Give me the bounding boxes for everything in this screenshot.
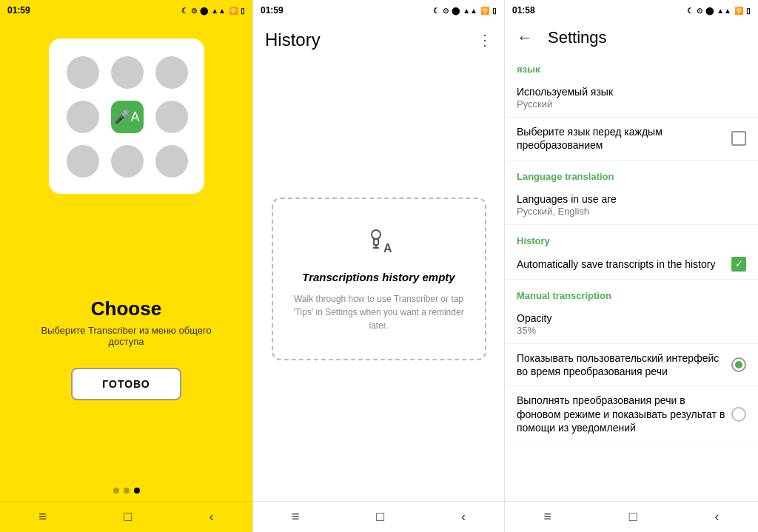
grid-dot-active: 🎤A <box>111 101 144 133</box>
history-title: History <box>265 30 321 50</box>
status-icons-1: ☾ ⊙ ⬤ ▲▲ 🛜 ▯ <box>181 7 245 15</box>
nav-menu-2[interactable]: ≡ <box>292 509 300 525</box>
settings-content: язык Используемый язык Русский Выберите … <box>505 53 758 501</box>
setting-choose-language[interactable]: Выберите язык перед каждым преобразовани… <box>505 118 758 160</box>
signal-icon-2: ▲▲ <box>463 7 477 15</box>
section-history: History <box>505 225 758 249</box>
notification-icon-2: ⬤ <box>452 7 460 15</box>
empty-history-title: Transcriptions history empty <box>302 271 455 283</box>
choose-subtitle: Выберите Transcriber из меню общего дост… <box>0 325 252 347</box>
grid-dot-3 <box>155 56 188 89</box>
grid-dot-8 <box>111 145 144 178</box>
time-1: 01:59 <box>7 5 30 16</box>
dot-1 <box>113 488 119 494</box>
nav-bar-2: ≡ □ ‹ <box>253 501 504 532</box>
svg-text:A: A <box>383 242 392 255</box>
empty-history-area: A Transcriptions history empty Walk thro… <box>253 56 504 501</box>
grid-dot-7 <box>67 145 99 178</box>
grid-dot-1 <box>67 56 99 89</box>
battery-icon-2: ▯ <box>492 7 497 15</box>
grid-dot-6 <box>155 101 188 133</box>
nav-back-1[interactable]: ‹ <box>209 509 214 525</box>
show-ui-radio[interactable] <box>731 357 746 372</box>
back-button[interactable]: ← <box>517 28 533 47</box>
dot-3 <box>134 488 140 494</box>
moon-icon: ☾ <box>181 7 188 15</box>
nav-bar-1: ≡ □ ‹ <box>0 501 252 532</box>
empty-history-desc: Walk through how to use Transcriber or t… <box>291 292 467 332</box>
more-options-button[interactable]: ⋮ <box>477 31 492 49</box>
alarm-icon-3: ☾ <box>687 7 694 15</box>
dot-2 <box>124 488 130 494</box>
opacity-value: 35% <box>517 325 746 336</box>
nav-bar-3: ≡ □ ‹ <box>505 501 758 532</box>
languages-in-use-value: Русский, English <box>517 206 746 217</box>
moon-icon-2: ☾ <box>433 7 440 15</box>
choose-language-label: Выберите язык перед каждым преобразовани… <box>517 125 731 152</box>
wifi-icon: 🛜 <box>229 7 238 15</box>
choose-language-checkbox[interactable] <box>731 131 746 146</box>
opacity-label: Opacity <box>517 312 746 325</box>
status-bar-3: 01:58 ☾ ⊙ ⬤ ▲▲ 🛜 ▯ <box>505 0 758 21</box>
history-panel: 01:59 ☾ ⊙ ⬤ ▲▲ 🛜 ▯ History ⋮ A Tra <box>252 0 505 532</box>
auto-save-label: Automatically save transcripts in the hi… <box>517 257 731 271</box>
status-icons-3: ☾ ⊙ ⬤ ▲▲ 🛜 ▯ <box>687 7 751 15</box>
status-bar-1: 01:59 ☾ ⊙ ⬤ ▲▲ 🛜 ▯ <box>0 0 252 21</box>
settings-title: Settings <box>548 28 607 47</box>
transcriber-icon: A <box>364 226 394 262</box>
background-label: Выполнять преобразования речи в фоновом … <box>517 394 731 434</box>
setting-opacity[interactable]: Opacity 35% <box>505 304 758 344</box>
notification-icon-3: ⬤ <box>705 7 714 15</box>
notification-icon: ⬤ <box>200 7 208 15</box>
svg-rect-1 <box>374 239 378 245</box>
settings-header: ← Settings <box>505 21 758 53</box>
nav-back-2[interactable]: ‹ <box>461 509 466 525</box>
alarm-icon: ⊙ <box>191 7 197 15</box>
time-3: 01:58 <box>512 5 535 16</box>
mic-a-icon: 🎤A <box>114 109 139 125</box>
status-icons-2: ☾ ⊙ ⬤ ▲▲ 🛜 ▯ <box>433 7 497 15</box>
dots-indicator <box>113 488 140 494</box>
svg-point-0 <box>372 230 380 239</box>
setting-auto-save[interactable]: Automatically save transcripts in the hi… <box>505 249 758 280</box>
settings-panel: 01:58 ☾ ⊙ ⬤ ▲▲ 🛜 ▯ ← Settings язык Испол… <box>505 0 758 532</box>
battery-icon-3: ▯ <box>746 7 751 15</box>
choose-title: Choose <box>91 297 161 320</box>
clock-icon-3: ⊙ <box>697 7 702 15</box>
section-language: язык <box>505 53 758 78</box>
auto-save-checkbox[interactable]: ✓ <box>731 257 746 272</box>
used-language-label: Используемый язык <box>517 85 746 98</box>
onboarding-panel: 01:59 ☾ ⊙ ⬤ ▲▲ 🛜 ▯ 🎤A Choose Выберите Tr… <box>0 0 252 532</box>
grid-dot-4 <box>67 101 99 133</box>
grid-dot-9 <box>155 145 188 178</box>
setting-background[interactable]: Выполнять преобразования речи в фоновом … <box>505 386 758 442</box>
nav-back-3[interactable]: ‹ <box>715 509 720 525</box>
nav-home-1[interactable]: □ <box>124 509 132 525</box>
signal-icon: ▲▲ <box>211 7 226 15</box>
grid-dot-2 <box>111 56 144 89</box>
time-2: 01:59 <box>261 5 284 16</box>
show-ui-label: Показывать пользовательский интерфейс во… <box>517 351 731 378</box>
setting-used-language[interactable]: Используемый язык Русский <box>505 78 758 118</box>
radio-inner-checked <box>735 361 742 368</box>
nav-home-2[interactable]: □ <box>376 509 384 525</box>
battery-icon: ▯ <box>241 7 245 15</box>
section-manual-transcription: Manual transcription <box>505 280 758 304</box>
empty-history-box: A Transcriptions history empty Walk thro… <box>272 198 486 360</box>
done-button[interactable]: ГОТОВО <box>71 368 181 400</box>
setting-languages-in-use[interactable]: Languages in use are Русский, English <box>505 185 758 225</box>
wifi-icon-2: 🛜 <box>480 7 489 15</box>
status-bar-2: 01:59 ☾ ⊙ ⬤ ▲▲ 🛜 ▯ <box>253 0 504 21</box>
alarm-icon-2: ⊙ <box>443 7 449 15</box>
nav-home-3[interactable]: □ <box>629 509 637 525</box>
languages-in-use-label: Languages in use are <box>517 192 746 206</box>
signal-icon-3: ▲▲ <box>717 7 731 15</box>
background-radio[interactable] <box>731 407 746 422</box>
setting-show-ui[interactable]: Показывать пользовательский интерфейс во… <box>505 344 758 386</box>
section-language-translation: Language translation <box>505 161 758 185</box>
used-language-value: Русский <box>517 98 746 110</box>
nav-menu-1[interactable]: ≡ <box>38 509 47 525</box>
app-grid: 🎤A <box>49 38 204 194</box>
history-header: History ⋮ <box>253 21 504 56</box>
nav-menu-3[interactable]: ≡ <box>543 509 551 525</box>
